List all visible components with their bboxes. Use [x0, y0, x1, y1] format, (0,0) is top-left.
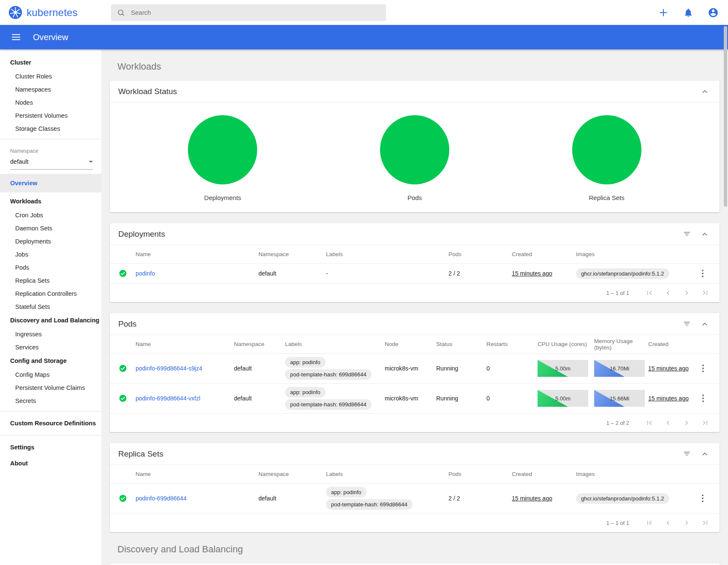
- cell-actions: [697, 268, 720, 279]
- pod-link[interactable]: podinfo-699d86644-vxfzl: [136, 395, 200, 402]
- sidebar-item-replica-sets[interactable]: Replica Sets: [0, 274, 101, 287]
- col-header-images: Images: [576, 251, 697, 257]
- donut-chart-pods: Pods: [320, 115, 510, 201]
- created-time: 15 minutes ago: [512, 495, 552, 502]
- prev-page-button[interactable]: [663, 418, 673, 428]
- namespace-select[interactable]: default: [10, 155, 93, 170]
- donut-chart-deployments: Deployments: [128, 115, 318, 201]
- pagination-range: 1 – 1 of 1: [606, 520, 629, 526]
- next-page-button[interactable]: [682, 288, 692, 298]
- sidebar-item-config-maps[interactable]: Config Maps: [0, 368, 101, 381]
- chevron-up-icon: [700, 230, 709, 239]
- last-page-button[interactable]: [700, 418, 710, 428]
- pod-link[interactable]: podinfo-699d86644-s9jz4: [136, 365, 202, 372]
- deployment-link[interactable]: podinfo: [136, 270, 155, 277]
- col-header-node: Node: [385, 341, 436, 347]
- filter-button[interactable]: [681, 448, 693, 460]
- sidebar-item-ingresses[interactable]: Ingresses: [0, 327, 101, 341]
- sidebar-item-pods[interactable]: Pods: [0, 261, 101, 274]
- scrollbar[interactable]: [724, 26, 727, 207]
- prev-page-button[interactable]: [663, 288, 673, 298]
- first-page-button[interactable]: [644, 288, 655, 298]
- col-header-labels: Labels: [326, 251, 448, 257]
- sidebar-item-cluster-roles[interactable]: Cluster Roles: [0, 70, 101, 83]
- filter-button[interactable]: [681, 228, 693, 240]
- collapse-card-button[interactable]: [698, 228, 711, 241]
- replica-set-link[interactable]: podinfo-699d86644: [136, 495, 187, 502]
- search-bar[interactable]: [111, 4, 386, 21]
- last-page-icon: [701, 289, 709, 297]
- last-page-button[interactable]: [700, 518, 710, 528]
- collapse-card-button[interactable]: [698, 448, 711, 460]
- memory-sparkline: 16.70Mi: [594, 360, 645, 377]
- row-menu-button[interactable]: [697, 492, 709, 504]
- sidebar-item-secrets[interactable]: Secrets: [0, 394, 101, 407]
- next-page-button[interactable]: [682, 518, 692, 528]
- notifications-button[interactable]: [682, 6, 695, 19]
- prev-page-button[interactable]: [663, 518, 673, 528]
- sidebar-item-nodes[interactable]: Nodes: [0, 96, 101, 109]
- cell-labels: app: podinfo pod-template-hash: 699d8664…: [285, 354, 385, 383]
- sidebar-item-jobs[interactable]: Jobs: [0, 248, 101, 261]
- search-input[interactable]: [131, 9, 380, 16]
- chevron-up-icon: [700, 449, 709, 459]
- last-page-button[interactable]: [700, 288, 710, 298]
- col-header-namespace: Namespace: [258, 471, 326, 477]
- sidebar-item-services[interactable]: Services: [0, 341, 101, 354]
- sidebar-item-about[interactable]: About: [0, 455, 101, 471]
- cell-name: podinfo-699d86644-s9jz4: [136, 365, 234, 372]
- cell-labels: app: podinfo pod-template-hash: 699d8664…: [285, 384, 385, 413]
- sidebar-item-daemon-sets[interactable]: Daemon Sets: [0, 222, 101, 235]
- pagination: 1 – 1 of 1: [110, 284, 720, 302]
- col-header-name: Name: [136, 341, 234, 347]
- sidebar-item-cron-jobs[interactable]: Cron Jobs: [0, 208, 101, 222]
- create-resource-button[interactable]: [656, 5, 671, 20]
- sidebar-item-settings[interactable]: Settings: [0, 439, 101, 455]
- first-page-button[interactable]: [644, 518, 655, 528]
- sidebar-item-stateful-sets[interactable]: Stateful Sets: [0, 300, 101, 313]
- col-header-namespace: Namespace: [258, 251, 326, 257]
- col-header-cpu: CPU Usage (cores): [538, 341, 594, 347]
- last-page-icon: [701, 519, 709, 527]
- sidebar-item-custom-resource-definitions[interactable]: Custom Resource Definitions: [0, 415, 101, 431]
- section-title-workloads: Workloads: [117, 61, 720, 72]
- chevron-right-icon: [682, 289, 691, 297]
- cell-created: 15 minutes ago: [512, 270, 576, 277]
- main-content: Workloads Workload Status: [101, 49, 728, 565]
- card-actions: [681, 448, 711, 460]
- sidebar: Cluster Cluster Roles Namespaces Nodes P…: [0, 49, 101, 565]
- row-menu-button[interactable]: [697, 268, 709, 279]
- collapse-card-button[interactable]: [698, 85, 711, 98]
- row-menu-button[interactable]: [697, 362, 709, 374]
- appbar: Overview: [0, 25, 728, 49]
- cell-namespace: default: [258, 270, 326, 277]
- first-page-button[interactable]: [644, 418, 655, 428]
- user-menu-button[interactable]: [706, 5, 720, 20]
- brand[interactable]: kubernetes: [0, 5, 101, 19]
- sidebar-item-storage-classes[interactable]: Storage Classes: [0, 122, 101, 135]
- sidebar-item-persistent-volumes[interactable]: Persistent Volumes: [0, 109, 101, 122]
- created-time: 15 minutes ago: [512, 270, 552, 277]
- row-menu-button[interactable]: [697, 392, 709, 404]
- col-header-labels: Labels: [326, 471, 448, 477]
- replica-sets-donut: [572, 115, 641, 184]
- cell-pod-status: Running: [436, 365, 486, 372]
- col-header-namespace: Namespace: [234, 341, 285, 347]
- sidebar-item-deployments[interactable]: Deployments: [0, 235, 101, 248]
- menu-button[interactable]: [10, 32, 22, 42]
- sidebar-item-overview[interactable]: Overview: [0, 174, 101, 192]
- next-page-button[interactable]: [682, 418, 692, 428]
- cell-status: [110, 364, 136, 373]
- sidebar-item-persistent-volume-claims[interactable]: Persistent Volume Claims: [0, 381, 101, 394]
- card-title: Deployments: [118, 230, 681, 239]
- cell-namespace: default: [234, 365, 285, 372]
- kubernetes-logo-icon: [8, 5, 22, 19]
- sidebar-item-replication-controllers[interactable]: Replication Controllers: [0, 287, 101, 300]
- donut-chart-replica-sets: Replica Sets: [512, 115, 702, 201]
- filter-button[interactable]: [681, 318, 693, 330]
- workload-status-charts: Deployments Pods Replica Sets: [110, 103, 720, 212]
- sidebar-item-namespaces[interactable]: Namespaces: [0, 83, 101, 96]
- collapse-card-button[interactable]: [698, 318, 711, 330]
- divider: [0, 411, 101, 411]
- created-time: 15 minutes ago: [648, 365, 689, 372]
